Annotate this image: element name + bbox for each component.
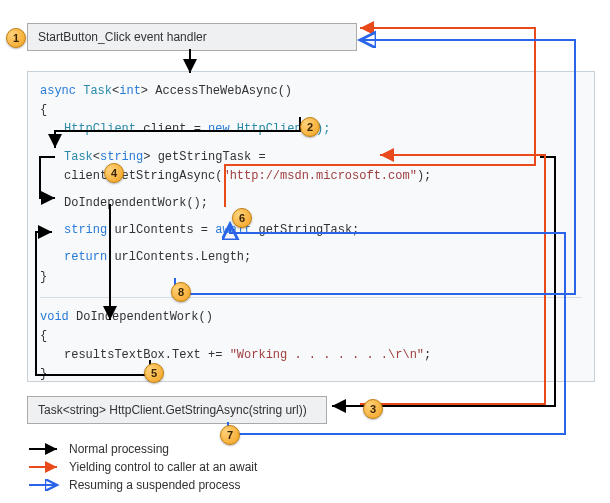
sub-line-1: resultsTextBox.Text += "Working . . . . …: [40, 346, 582, 365]
legend-yield: Yielding control to caller at an await: [27, 460, 257, 474]
kw-async: async: [40, 84, 76, 98]
badge-3: 3: [363, 399, 383, 419]
sub-sig: void DoIndependentWork(): [40, 308, 582, 327]
code-text: urlContents =: [114, 223, 208, 237]
badge-2: 2: [300, 117, 320, 137]
code-text: client =: [143, 122, 201, 136]
legend-label: Yielding control to caller at an await: [69, 460, 257, 474]
kw-return: return: [64, 250, 107, 264]
type-httpclient: HttpClient: [64, 122, 136, 136]
code-text: ;: [424, 348, 431, 362]
sub-method-block: void DoIndependentWork() { resultsTextBo…: [40, 297, 582, 385]
sub-brace-close: }: [40, 365, 582, 384]
code-line-doindep: DoIndependentWork();: [40, 194, 582, 213]
code-line-return: return urlContents.Length;: [40, 248, 582, 267]
getstringasync-box: Task<string> HttpClient.GetStringAsync(s…: [27, 396, 327, 424]
badge-1: 1: [6, 28, 26, 48]
method-name: AccessTheWebAsync(): [155, 84, 292, 98]
kw-string2: string: [64, 223, 107, 237]
badge-7: 7: [220, 425, 240, 445]
code-line-await: string urlContents = await getStringTask…: [40, 221, 582, 240]
sub-brace-open: {: [40, 327, 582, 346]
legend-label: Resuming a suspended process: [69, 478, 240, 492]
string-working: "Working . . . . . . .\r\n": [230, 348, 424, 362]
code-text: urlContents.Length;: [114, 250, 251, 264]
legend-resume: Resuming a suspended process: [27, 478, 240, 492]
legend-label: Normal processing: [69, 442, 169, 456]
code-text: );: [417, 169, 431, 183]
badge-4: 4: [104, 163, 124, 183]
arrow-icon: [27, 461, 63, 473]
legend-normal: Normal processing: [27, 442, 169, 456]
kw-int: int: [119, 84, 141, 98]
type-task2: Task: [64, 150, 93, 164]
arrow-icon: [27, 479, 63, 491]
kw-void: void: [40, 310, 69, 324]
type-task: Task: [83, 84, 112, 98]
kw-string: string: [100, 150, 143, 164]
code-text: resultsTextBox.Text +=: [64, 348, 222, 362]
code-text: getStringTask;: [258, 223, 359, 237]
badge-6: 6: [232, 208, 252, 228]
code-brace-close: }: [40, 268, 582, 287]
kw-new: new: [208, 122, 230, 136]
event-handler-box: StartButton_Click event handler: [27, 23, 357, 51]
badge-5: 5: [144, 363, 164, 383]
code-text: DoIndependentWork(): [76, 310, 213, 324]
arrow-icon: [27, 443, 63, 455]
string-url: "http://msdn.microsoft.com": [222, 169, 416, 183]
badge-8: 8: [171, 282, 191, 302]
code-line-signature: async Task<int> AccessTheWebAsync(): [40, 82, 582, 101]
